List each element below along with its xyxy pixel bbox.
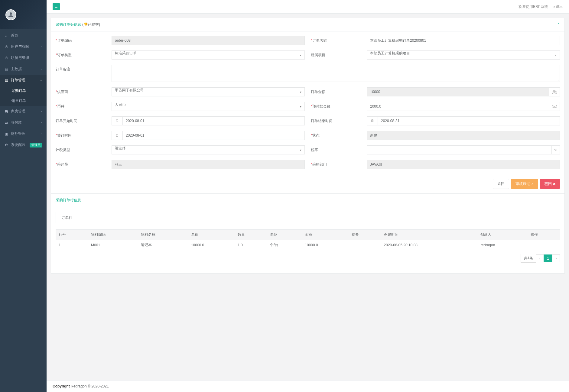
button-row: 返回 审核通过 ✓ 驳回 ✖ (51, 179, 564, 193)
panel-body: *订单编码 *订单名称 *订单类型 标准采购订单 (51, 31, 564, 179)
amount-label: 订单金额 (311, 89, 367, 95)
page-num-button[interactable]: 1 (544, 254, 552, 262)
admin-badge: 管理员 (30, 143, 42, 147)
back-button[interactable]: 返回 (493, 179, 509, 189)
sidebar-item-orders[interactable]: ▤ 订单管理 ⌄ (0, 75, 47, 86)
sidebar-item-users[interactable]: ☉ 用户与权限 ‹ (0, 41, 47, 52)
chevron-left-icon: ‹ (41, 132, 42, 135)
sidebar-sub-label: 采购订单 (11, 89, 26, 93)
footer: Copyright Redragon © 2020-2021 (47, 380, 569, 392)
sign-date-label: *签订时间 (56, 133, 112, 138)
page-prev-button[interactable]: ‹ (536, 254, 544, 262)
cell-amount: 10000.0 (302, 240, 348, 250)
order-code-input[interactable] (112, 36, 305, 45)
th-material-name: 物料名称 (138, 230, 188, 240)
page-next-button[interactable]: › (552, 254, 560, 262)
prepay-input[interactable] (367, 102, 549, 111)
buyer-label: *采购员 (56, 162, 112, 167)
data-icon: ▤ (4, 67, 8, 71)
cell-material-name: 笔记本 (138, 240, 188, 250)
payment-icon: ⇄ (4, 121, 8, 125)
cell-action (528, 240, 560, 250)
project-select[interactable]: 本部员工计算机采购项目 (367, 50, 560, 60)
chevron-left-icon: ‹ (41, 45, 42, 48)
check-icon: ✓ (531, 182, 534, 186)
order-line-table: 行号 物料编码 物料名称 单价 数量 单位 金额 摘要 创建时间 创建人 (56, 229, 560, 250)
sidebar-item-label: 收付款 (11, 120, 22, 125)
line-panel-header: 采购订单行信息 (51, 193, 564, 207)
sidebar-item-masterdata[interactable]: ▤ 主数据 ‹ (0, 63, 47, 75)
amount-input[interactable] (367, 87, 549, 96)
sidebar-item-home[interactable]: ⌂ 首页 (0, 30, 47, 41)
menu-toggle-button[interactable]: ≡ (53, 3, 60, 10)
chevron-left-icon: ‹ (41, 121, 42, 124)
remark-label: 订单备注 (56, 65, 112, 72)
approve-button[interactable]: 审核通过 ✓ (511, 179, 538, 189)
calendar-icon: 🗓 (112, 131, 122, 140)
tab-order-line[interactable]: 订单行 (56, 212, 78, 223)
line-panel-body: 订单行 行号 物料编码 物料名称 单价 数量 单位 (51, 207, 564, 273)
tax-rate-unit: % (552, 145, 560, 154)
sidebar-sub-sales-order[interactable]: 销售订单 (0, 96, 47, 106)
sidebar-item-settings[interactable]: ✿ 系统配置 管理员 (0, 139, 47, 151)
sidebar-item-finance[interactable]: ▣ 财务管理 ‹ (0, 128, 47, 139)
end-date-input[interactable] (378, 116, 560, 125)
calendar-icon: 🗓 (112, 116, 122, 125)
footer-copyright: Copyright (53, 384, 70, 388)
reject-button[interactable]: 驳回 ✖ (540, 179, 560, 189)
nav-menu: ⌂ 首页 ☉ 用户与权限 ‹ ☉ 职员与组织 ‹ ▤ 主数据 ‹ ▤ 订单管理 (0, 29, 47, 151)
sidebar-item-warehouse[interactable]: ⛟ 库房管理 ‹ (0, 106, 47, 117)
sidebar-sub-label: 销售订单 (11, 99, 26, 103)
logout-link[interactable]: ⇥ 退出 (552, 4, 563, 9)
org-icon: ☉ (4, 56, 8, 60)
tax-rate-input[interactable] (367, 145, 552, 154)
sidebar-item-payments[interactable]: ⇄ 收付款 ‹ (0, 117, 47, 128)
dept-input[interactable] (367, 160, 560, 169)
pagination: 共1条 ‹ 1 › (56, 254, 560, 263)
sidebar-item-label: 首页 (11, 33, 18, 38)
th-material-code: 物料编码 (88, 230, 138, 240)
prepay-label: *预付款金额 (311, 104, 367, 109)
start-date-label: 订单开始时间 (56, 118, 112, 124)
status-label: *状态 (311, 133, 367, 138)
table-row[interactable]: 1 M001 笔记本 10000.0 1.0 个/台 10000.0 2020-… (56, 240, 560, 250)
panel-title: 采购订单头信息 (56, 22, 81, 27)
order-icon: ▤ (4, 78, 8, 83)
welcome-text: 欢迎使用ERP系统 (519, 4, 548, 9)
cell-qty: 1.0 (235, 240, 267, 250)
th-unit: 单位 (267, 230, 302, 240)
calendar-icon: 🗓 (367, 116, 378, 125)
sidebar-item-staff[interactable]: ☉ 职员与组织 ‹ (0, 52, 47, 63)
buyer-input[interactable] (112, 160, 305, 169)
order-type-select[interactable]: 标准采购订单 (112, 50, 305, 60)
home-icon: ⌂ (4, 34, 8, 38)
sidebar-sub-purchase-order[interactable]: 采购订单 (0, 86, 47, 96)
sidebar-item-label: 订单管理 (11, 78, 25, 83)
truck-icon: ⛟ (4, 109, 8, 114)
chevron-left-icon: ‹ (41, 67, 42, 71)
cell-creator: redragon (477, 240, 528, 250)
cell-created-time: 2020-08-05 20:10:08 (381, 240, 478, 250)
remark-textarea[interactable] (112, 65, 560, 82)
line-panel-title: 采购订单行信息 (56, 198, 81, 203)
th-action: 操作 (528, 230, 560, 240)
cross-icon: ✖ (553, 182, 555, 186)
currency-select[interactable]: 人民币 (112, 102, 305, 111)
topbar: ≡ 欢迎使用ERP系统 ⇥ 退出 (47, 0, 569, 14)
page-total: 共1条 (521, 254, 537, 263)
status-input[interactable] (367, 131, 560, 140)
collapse-icon[interactable]: ⌃ (557, 23, 560, 27)
order-name-input[interactable] (367, 36, 560, 45)
start-date-input[interactable] (122, 116, 305, 125)
th-row-num: 行号 (56, 230, 88, 240)
tax-type-select[interactable]: 请选择... (112, 145, 305, 154)
sign-date-input[interactable] (122, 131, 305, 140)
sidebar-item-label: 财务管理 (11, 131, 25, 136)
sidebar: ⌂ 首页 ☉ 用户与权限 ‹ ☉ 职员与组织 ‹ ▤ 主数据 ‹ ▤ 订单管理 (0, 0, 47, 392)
table-header-row: 行号 物料编码 物料名称 单价 数量 单位 金额 摘要 创建时间 创建人 (56, 230, 560, 240)
supplier-select[interactable]: 甲乙丙丁有限公司 (112, 87, 305, 96)
avatar[interactable] (5, 9, 16, 20)
tab-content: 行号 物料编码 物料名称 单价 数量 单位 金额 摘要 创建时间 创建人 (56, 223, 560, 269)
cell-row-num: 1 (56, 240, 88, 250)
finance-icon: ▣ (4, 132, 8, 136)
